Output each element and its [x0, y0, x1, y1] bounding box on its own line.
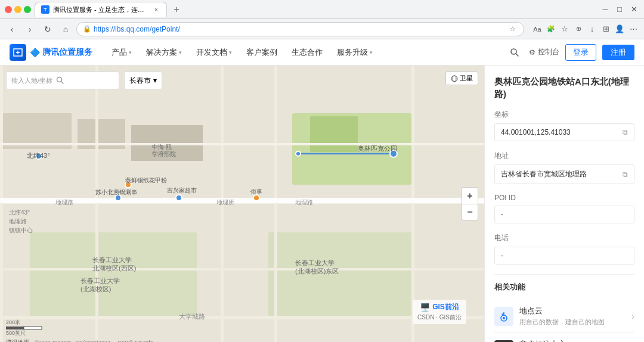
svg-point-28 [253, 195, 259, 201]
section-coordinates: 坐标 44.001001,125.41033 ⧉ [494, 110, 634, 141]
minimize-icon[interactable]: ─ [600, 4, 611, 15]
profile-icon[interactable]: 👤 [614, 23, 626, 35]
nav-item-cases[interactable]: 客户案例 [239, 39, 284, 66]
nav-item-eco[interactable]: 生态合作 [284, 39, 330, 66]
extension-icon[interactable]: 🧩 [545, 23, 557, 35]
console-icon: ⚙ [529, 48, 535, 57]
nav-item-docs[interactable]: 开发文档 ▾ [189, 39, 239, 66]
new-tab-button[interactable]: + [169, 2, 184, 17]
watermark: 🖥️ GIS前沿 CSDN · GIS前沿 [413, 300, 466, 324]
register-button[interactable]: 注册 [602, 45, 634, 60]
label-poi-id: POI ID [494, 194, 634, 202]
poi-id-value: - [501, 210, 503, 219]
map-svg: 北纬43° 中海·瓯 学府熙院 薇鲜锡纸花甲粉 苏小北溯锅涮串 吉兴家超市 俗事… [0, 66, 484, 342]
value-box-address: 吉林省长春市宽城区地理路 ⧉ [494, 164, 634, 184]
forward-button[interactable]: › [23, 22, 37, 36]
satellite-icon [451, 75, 458, 82]
svg-text:长春工业大学: 长春工业大学 [295, 259, 335, 266]
related-item-poi-cloud[interactable]: 地点云 用自己的数据，建自己的地图 › [494, 300, 634, 333]
zoom-in-button[interactable]: + [462, 187, 478, 204]
nav-label-product: 产品 [112, 47, 127, 58]
city-select[interactable]: 长春市 ▾ [124, 71, 162, 89]
section-phone: 电话 - [494, 233, 634, 265]
logo-svg [12, 46, 24, 58]
maximize-window-button[interactable] [24, 6, 31, 13]
back-button[interactable]: ‹ [5, 22, 19, 36]
header-right: ⚙ 控制台 登录 注册 [506, 44, 634, 61]
svg-text:©2022 Tencent · GS(2022)2224 ·: ©2022 Tencent · GS(2022)2224 · · Data© N… [35, 340, 153, 342]
nav-chevron-service: ▾ [370, 49, 373, 55]
svg-text:吉兴家超市: 吉兴家超市 [167, 187, 197, 194]
watermark-brand: 🖥️ GIS前沿 [420, 302, 459, 312]
svg-rect-13 [95, 66, 98, 342]
collections-icon[interactable]: ☆ [559, 23, 571, 35]
svg-text:长春工业大学: 长春工业大学 [80, 277, 120, 284]
satellite-button[interactable]: 卫星 [445, 71, 478, 85]
copy-coordinates-button[interactable]: ⧉ [623, 128, 628, 136]
svg-point-24 [296, 151, 301, 156]
map-search-input[interactable]: 输入人地/坐标 [6, 71, 119, 89]
svg-text:大学城路: 大学城路 [179, 313, 205, 320]
font-icon[interactable]: Aa [531, 23, 543, 35]
svg-point-27 [176, 195, 182, 201]
download-icon[interactable]: ↓ [586, 23, 598, 35]
login-button[interactable]: 登录 [565, 44, 596, 61]
close-icon[interactable]: ✕ [628, 4, 639, 15]
address-box[interactable]: 🔒 https://lbs.qq.com/getPoint/ ☆ [76, 22, 524, 36]
home-button[interactable]: ⌂ [58, 22, 73, 36]
search-placeholder: 输入人地/坐标 [11, 76, 52, 85]
svg-text:地理所: 地理所 [216, 199, 234, 206]
poi-cloud-desc: 用自己的数据，建自己的地图 [519, 318, 626, 327]
nav-item-solution[interactable]: 解决方案 ▾ [139, 39, 189, 66]
logo: 🔷 腾讯位置服务 [10, 44, 92, 61]
restore-icon[interactable]: □ [614, 4, 625, 15]
zoom-out-button[interactable]: − [462, 204, 478, 220]
close-window-button[interactable] [5, 6, 12, 13]
browser-right-controls: ─ □ ✕ [600, 4, 639, 15]
poi-cloud-name: 地点云 [519, 306, 626, 316]
label-address: 地址 [494, 151, 634, 161]
svg-point-62 [453, 76, 456, 82]
poi-cloud-icon [494, 307, 513, 326]
poi-cloud-info: 地点云 用自己的数据，建自己的地图 [519, 306, 626, 327]
feedback-icon[interactable]: ⊕ [572, 23, 584, 35]
svg-text:俗事: 俗事 [250, 188, 262, 195]
tab-favicon: T [41, 5, 49, 14]
apps-icon[interactable]: ⊞ [600, 23, 612, 35]
logo-text: 腾讯位置服务 [42, 47, 92, 58]
url-text: https://lbs.qq.com/getPoint/ [94, 25, 506, 33]
tab-close-button[interactable]: × [152, 5, 160, 14]
tab-bar: T 腾讯位置服务 - 立足生态，连接... × + [35, 0, 596, 18]
coordinates-value: 44.001001,125.41033 [501, 128, 571, 136]
active-tab[interactable]: T 腾讯位置服务 - 立足生态，连接... × [35, 2, 167, 17]
svg-rect-20 [0, 268, 484, 271]
watermark-platform: CSDN · GIS前沿 [417, 313, 462, 322]
svg-text:苏小北溯锅涮串: 苏小北溯锅涮串 [95, 189, 137, 195]
watermark-logo-text: GIS前沿 [432, 302, 459, 312]
logo-text-area: 🔷 腾讯位置服务 [30, 47, 92, 58]
more-icon[interactable]: ⋯ [627, 23, 639, 35]
nav-item-service[interactable]: 服务升级 ▾ [330, 39, 380, 66]
svg-text:北纬43°: 北纬43° [27, 152, 50, 159]
section-address: 地址 吉林省长春市宽城区地理路 ⧉ [494, 151, 634, 184]
poi-cloud-arrow-icon: › [631, 312, 634, 321]
svg-rect-15 [274, 66, 277, 342]
svg-text:腾讯地图: 腾讯地图 [6, 339, 30, 342]
nav-item-product[interactable]: 产品 ▾ [104, 39, 139, 66]
svg-text:地理路: 地理路 [55, 199, 73, 206]
window-controls [5, 6, 31, 13]
copy-address-button[interactable]: ⧉ [623, 170, 628, 179]
poi-cloud-svg [499, 311, 509, 322]
minimize-window-button[interactable] [14, 6, 21, 13]
browser-chrome: T 腾讯位置服务 - 立足生态，连接... × + ─ □ ✕ [0, 0, 644, 19]
search-button[interactable] [506, 44, 523, 61]
search-icon-map [56, 76, 64, 85]
related-item-merchant[interactable]: 商户标注中心 店铺免费入驻... [494, 333, 634, 342]
svg-text:500英尺: 500英尺 [6, 330, 26, 336]
logo-icon [10, 44, 26, 61]
console-button[interactable]: ⚙ 控制台 [529, 47, 559, 57]
map-area[interactable]: 北纬43° 中海·瓯 学府熙院 薇鲜锡纸花甲粉 苏小北溯锅涮串 吉兴家超市 俗事… [0, 66, 484, 342]
bookmark-star-icon[interactable]: ☆ [508, 24, 518, 34]
nav-label-eco: 生态合作 [292, 47, 323, 58]
refresh-button[interactable]: ↻ [41, 22, 55, 36]
